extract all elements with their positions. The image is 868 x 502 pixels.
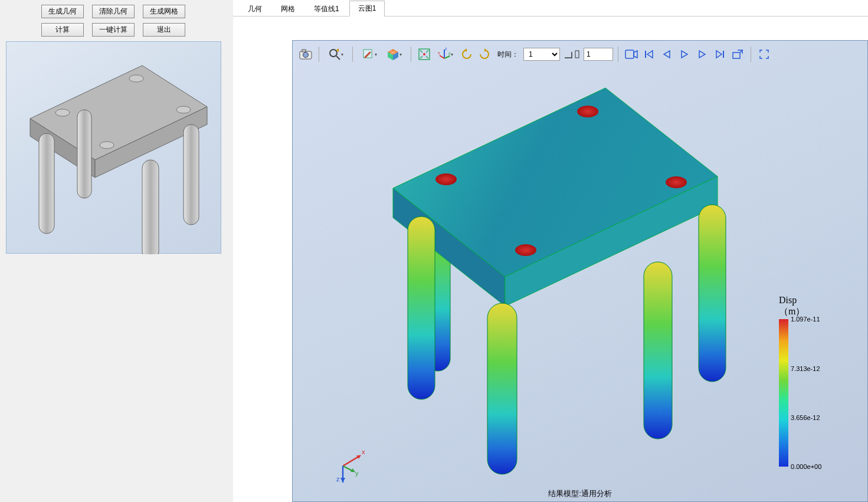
calculate-button[interactable]: 计算 <box>41 23 84 37</box>
svg-point-3 <box>55 109 70 116</box>
svg-point-51 <box>577 106 598 117</box>
one-click-calculate-button[interactable]: 一键计算 <box>92 23 135 37</box>
svg-rect-56 <box>699 205 726 382</box>
svg-point-6 <box>100 142 114 149</box>
generate-mesh-button[interactable]: 生成网格 <box>143 5 185 18</box>
legend-tick: 1.097e-11 <box>791 316 820 323</box>
geometry-preview[interactable] <box>6 41 221 254</box>
svg-point-50 <box>435 173 457 185</box>
view-tabs: 几何 网格 等值线1 云图1 <box>233 0 868 17</box>
svg-rect-46 <box>644 262 672 439</box>
svg-rect-7 <box>39 133 54 234</box>
legend-bar: 1.097e-11 7.313e-12 3.656e-12 0.000e+00 <box>779 319 788 467</box>
svg-rect-8 <box>77 110 91 198</box>
button-row-1: 生成几何 清除几何 生成网格 <box>6 5 227 18</box>
result-model-label: 结果模型:通用分析 <box>548 488 612 499</box>
preview-model-icon <box>6 42 222 254</box>
exit-button[interactable]: 退出 <box>143 23 185 37</box>
legend-tick: 0.000e+00 <box>791 463 821 470</box>
svg-rect-54 <box>408 216 435 399</box>
svg-point-52 <box>666 176 687 188</box>
svg-text:x: x <box>362 448 365 455</box>
tab-geometry[interactable]: 几何 <box>239 1 271 17</box>
legend-tick: 7.313e-12 <box>791 365 820 372</box>
generate-geometry-button[interactable]: 生成几何 <box>41 5 84 18</box>
svg-rect-9 <box>142 160 159 254</box>
left-panel: 生成几何 清除几何 生成网格 计算 一键计算 退出 <box>0 0 233 502</box>
right-panel: 几何 网格 等值线1 云图1 ▾ ▾ <box>233 0 868 502</box>
legend-title: Disp（m） <box>779 294 850 317</box>
result-viewer[interactable]: ▾ ▾ ▾ zyx ▾ <box>292 40 868 502</box>
svg-point-53 <box>515 244 536 256</box>
clear-geometry-button[interactable]: 清除几何 <box>92 5 135 18</box>
tab-mesh[interactable]: 网格 <box>272 1 304 17</box>
svg-text:y: y <box>355 470 359 477</box>
svg-point-5 <box>176 106 191 113</box>
svg-rect-10 <box>184 124 199 225</box>
axis-triad-icon: x y z <box>328 442 369 484</box>
tab-cloud1[interactable]: 云图1 <box>349 1 385 17</box>
tab-contour1[interactable]: 等值线1 <box>305 1 348 17</box>
svg-point-4 <box>129 75 143 82</box>
legend-tick: 3.656e-12 <box>791 414 820 421</box>
color-legend: Disp（m） 1.097e-11 7.313e-12 3.656e-12 0.… <box>779 294 850 467</box>
svg-text:z: z <box>336 475 340 483</box>
svg-rect-55 <box>487 303 517 474</box>
button-row-2: 计算 一键计算 退出 <box>6 23 227 37</box>
svg-marker-62 <box>340 478 345 483</box>
